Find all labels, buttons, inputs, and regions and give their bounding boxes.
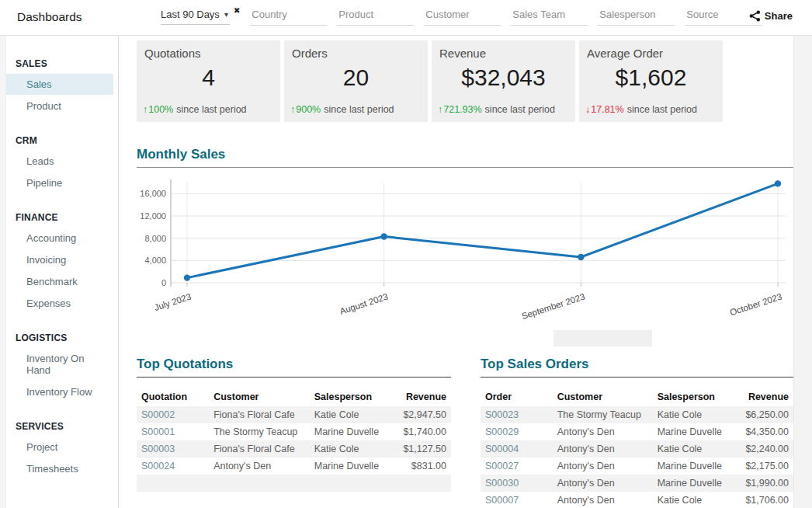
table-header-row: QuotationCustomerSalespersonRevenue	[137, 389, 451, 406]
topbar: Dashboards Last 90 Days ▾ ✖ Share	[0, 0, 812, 36]
top-sales-orders-title: Top Sales Orders	[481, 357, 589, 371]
filter-country-input[interactable]	[250, 7, 327, 26]
kpi-delta: ↑900%since last period	[290, 104, 394, 115]
text-cell: Marine Duvelle	[653, 475, 728, 492]
record-link[interactable]: S00003	[137, 440, 209, 458]
record-link[interactable]: S00002	[137, 406, 209, 423]
sidebar-item-product[interactable]: Product	[6, 96, 113, 117]
kpi-title: Average Order	[579, 40, 723, 60]
text-cell: Antony's Den	[553, 492, 653, 508]
kpi-row: Quotations 4 ↑100%since last period Orde…	[137, 40, 793, 122]
date-range-label[interactable]: Last 90 Days	[161, 9, 220, 20]
top-quotations-header: Top Quotations	[137, 357, 451, 378]
record-link[interactable]: S00030	[481, 475, 553, 492]
page-title[interactable]: Dashboards	[17, 10, 82, 24]
sidebar-item-timesheets[interactable]: Timesheets	[6, 458, 113, 479]
kpi-delta: ↓17.81%since last period	[585, 104, 697, 115]
table-row: S00002Fiona's Floral CafeKatie Cole$2,94…	[137, 406, 451, 423]
kpi-value: $32,043	[432, 64, 575, 91]
sidebar-section-title: SALES	[16, 58, 118, 69]
sidebar-item-accounting[interactable]: Accounting	[6, 228, 113, 249]
x-axis-tick-label: July 2023	[153, 291, 193, 312]
record-link[interactable]: S00023	[481, 406, 553, 423]
sidebar-item-sales[interactable]: Sales	[6, 74, 113, 95]
text-cell: Marine Duvelle	[310, 458, 385, 475]
x-axis-tick-label: August 2023	[338, 291, 389, 315]
quotations-table: QuotationCustomerSalespersonRevenueS0000…	[137, 389, 451, 492]
kpi-card-orders[interactable]: Orders 20 ↑900%since last period	[284, 40, 428, 122]
kpi-delta-pct: 900%	[296, 104, 321, 115]
filter-customer-input[interactable]	[424, 7, 501, 26]
share-label: Share	[765, 10, 793, 22]
horizontal-scrollbar-thumb[interactable]	[553, 330, 652, 346]
text-cell: Katie Cole	[653, 492, 728, 508]
record-link[interactable]: S00027	[481, 458, 553, 475]
sidebar-sections: SALESSalesProductCRMLeadsPipelineFINANCE…	[6, 35, 118, 480]
y-axis-tick-label: 16,000	[140, 189, 166, 198]
kpi-card-quotations[interactable]: Quotations 4 ↑100%since last period	[137, 40, 280, 122]
table-header-row: OrderCustomerSalespersonRevenue	[481, 389, 793, 406]
record-link[interactable]: S00004	[481, 440, 553, 458]
dashboard-screen: Dashboards Last 90 Days ▾ ✖ Share	[0, 0, 812, 508]
filter-salesperson-input[interactable]	[598, 7, 675, 26]
text-cell: Antony's Den	[209, 458, 310, 475]
sidebar-item-leads[interactable]: Leads	[6, 151, 113, 172]
text-cell: Antony's Den	[553, 440, 653, 458]
data-point[interactable]	[184, 274, 190, 280]
y-axis-tick-label: 0	[161, 278, 166, 287]
sidebar-section-title: CRM	[16, 135, 118, 146]
data-point[interactable]	[578, 254, 584, 260]
top-sales-orders-header: Top Sales Orders	[481, 357, 793, 378]
column-header-customer: Customer	[553, 389, 653, 406]
data-point[interactable]	[775, 180, 781, 186]
table-row: S00007Antony's DenKatie Cole$1,706.00	[481, 492, 793, 508]
record-link[interactable]: S00001	[137, 423, 209, 440]
revenue-cell: $831.00	[385, 458, 451, 475]
clear-filter-icon[interactable]: ✖	[234, 6, 240, 15]
trend-arrow-icon: ↓	[585, 104, 590, 115]
sidebar: SALESSalesProductCRMLeadsPipelineFINANCE…	[0, 35, 119, 508]
kpi-delta-suffix: since last period	[485, 104, 555, 115]
share-button[interactable]: Share	[749, 10, 793, 22]
monthly-sales-section-header: Monthly Sales	[137, 147, 793, 168]
kpi-card-average-order[interactable]: Average Order $1,602 ↓17.81%since last p…	[579, 40, 723, 122]
vertical-scrollbar-track[interactable]	[793, 35, 812, 508]
chevron-down-icon[interactable]: ▾	[224, 10, 228, 19]
top-sales-orders-card: Top Sales Orders OrderCustomerSalesperso…	[481, 357, 793, 508]
kpi-card-revenue[interactable]: Revenue $32,043 ↑721.93%since last perio…	[432, 40, 575, 122]
sidebar-item-benchmark[interactable]: Benchmark	[6, 271, 113, 292]
sidebar-item-pipeline[interactable]: Pipeline	[6, 172, 113, 193]
text-cell: Marine Duvelle	[653, 423, 728, 440]
record-link[interactable]: S00029	[481, 423, 553, 440]
revenue-cell: $6,250.00	[727, 406, 793, 423]
sidebar-scrollbar-track[interactable]	[0, 35, 6, 508]
kpi-delta: ↑721.93%since last period	[438, 104, 555, 115]
top-quotations-card: Top Quotations QuotationCustomerSalesper…	[137, 357, 451, 508]
kpi-value: 4	[137, 64, 280, 91]
record-link[interactable]: S00007	[481, 492, 553, 508]
record-link[interactable]: S00024	[137, 458, 209, 475]
date-range-filter[interactable]: Last 90 Days ▾ ✖	[161, 7, 240, 25]
sidebar-section-crm: CRMLeadsPipeline	[6, 135, 118, 193]
revenue-cell: $4,350.00	[727, 423, 793, 440]
sidebar-item-expenses[interactable]: Expenses	[6, 293, 113, 314]
sidebar-item-inventory-flow[interactable]: Inventory Flow	[6, 381, 113, 402]
filter-sales-team-input[interactable]	[511, 7, 588, 26]
column-header-salesperson: Salesperson	[310, 389, 385, 406]
trend-arrow-icon: ↑	[438, 104, 442, 115]
kpi-delta-suffix: since last period	[324, 104, 394, 115]
text-cell: Antony's Den	[553, 423, 653, 440]
x-axis-tick-label: September 2023	[520, 291, 586, 321]
filter-inputs	[250, 7, 762, 26]
y-axis-tick-label: 8,000	[144, 234, 166, 243]
x-axis-tick-label: October 2023	[729, 291, 783, 317]
text-cell: Antony's Den	[553, 458, 653, 475]
sidebar-item-invoicing[interactable]: Invoicing	[6, 249, 113, 270]
sidebar-item-inventory-on-hand[interactable]: Inventory On Hand	[6, 348, 113, 381]
filter-product-input[interactable]	[337, 7, 414, 26]
revenue-cell: $2,240.00	[727, 440, 793, 458]
date-range-value[interactable]: Last 90 Days ▾	[161, 7, 230, 25]
sidebar-item-project[interactable]: Project	[6, 437, 113, 458]
monthly-sales-chart[interactable]: 04,0008,00012,00016,000July 2023August 2…	[137, 172, 793, 321]
data-point[interactable]	[380, 233, 387, 239]
